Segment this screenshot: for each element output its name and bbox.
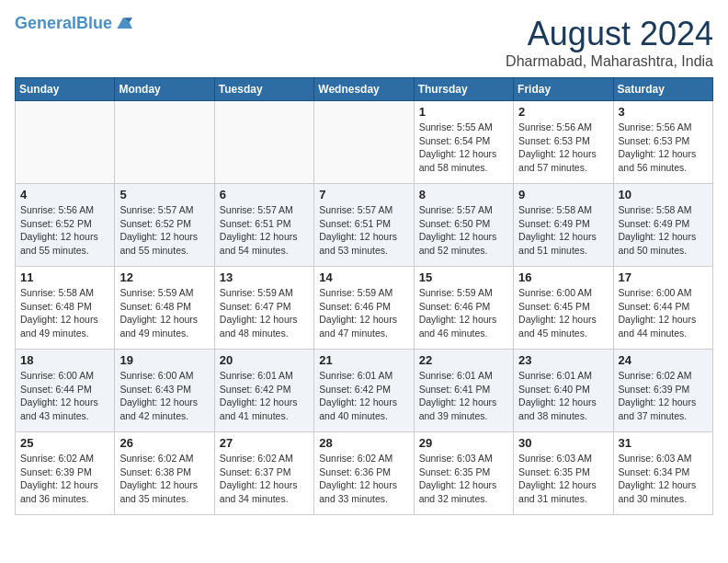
weekday-header-wednesday: Wednesday bbox=[314, 78, 414, 101]
day-info: Sunrise: 6:03 AM Sunset: 6:35 PM Dayligh… bbox=[518, 452, 608, 506]
day-info: Sunrise: 5:57 AM Sunset: 6:51 PM Dayligh… bbox=[220, 203, 309, 258]
day-info: Sunrise: 6:02 AM Sunset: 6:37 PM Dayligh… bbox=[220, 452, 309, 506]
day-number: 20 bbox=[220, 353, 309, 367]
calendar-cell: 1Sunrise: 5:55 AM Sunset: 6:54 PM Daylig… bbox=[414, 101, 513, 184]
calendar-cell: 3Sunrise: 5:56 AM Sunset: 6:53 PM Daylig… bbox=[613, 101, 712, 184]
calendar-cell: 15Sunrise: 5:59 AM Sunset: 6:46 PM Dayli… bbox=[414, 267, 513, 350]
calendar-cell: 17Sunrise: 6:00 AM Sunset: 6:44 PM Dayli… bbox=[613, 267, 712, 350]
calendar-cell: 16Sunrise: 6:00 AM Sunset: 6:45 PM Dayli… bbox=[514, 267, 613, 350]
day-number: 25 bbox=[20, 436, 109, 450]
day-number: 8 bbox=[419, 188, 508, 201]
day-info: Sunrise: 5:57 AM Sunset: 6:51 PM Dayligh… bbox=[319, 203, 408, 258]
day-number: 9 bbox=[518, 188, 608, 201]
calendar-cell: 31Sunrise: 6:03 AM Sunset: 6:34 PM Dayli… bbox=[613, 432, 712, 515]
calendar-cell: 7Sunrise: 5:57 AM Sunset: 6:51 PM Daylig… bbox=[314, 184, 414, 267]
day-info: Sunrise: 5:58 AM Sunset: 6:48 PM Dayligh… bbox=[20, 286, 109, 340]
calendar-cell: 25Sunrise: 6:02 AM Sunset: 6:39 PM Dayli… bbox=[16, 432, 115, 515]
day-info: Sunrise: 6:03 AM Sunset: 6:35 PM Dayligh… bbox=[419, 452, 508, 506]
weekday-header-saturday: Saturday bbox=[613, 78, 712, 101]
day-info: Sunrise: 5:59 AM Sunset: 6:47 PM Dayligh… bbox=[220, 286, 309, 340]
weekday-header-monday: Monday bbox=[115, 78, 214, 101]
day-info: Sunrise: 5:58 AM Sunset: 6:49 PM Dayligh… bbox=[619, 203, 708, 258]
day-number: 26 bbox=[119, 436, 209, 450]
calendar-cell: 19Sunrise: 6:00 AM Sunset: 6:43 PM Dayli… bbox=[115, 350, 214, 432]
weekday-header-sunday: Sunday bbox=[16, 78, 115, 101]
logo: GeneralBlue bbox=[15, 15, 132, 33]
calendar-cell bbox=[314, 101, 414, 184]
day-info: Sunrise: 6:03 AM Sunset: 6:34 PM Dayligh… bbox=[619, 452, 708, 506]
day-info: Sunrise: 6:02 AM Sunset: 6:36 PM Dayligh… bbox=[319, 452, 408, 506]
calendar-cell: 4Sunrise: 5:56 AM Sunset: 6:52 PM Daylig… bbox=[16, 184, 115, 267]
day-number: 31 bbox=[619, 436, 708, 450]
day-number: 3 bbox=[619, 105, 708, 119]
calendar-cell: 10Sunrise: 5:58 AM Sunset: 6:49 PM Dayli… bbox=[613, 184, 712, 267]
day-number: 1 bbox=[419, 105, 508, 119]
calendar-cell bbox=[214, 101, 313, 184]
calendar-body: 1Sunrise: 5:55 AM Sunset: 6:54 PM Daylig… bbox=[16, 101, 713, 515]
day-number: 10 bbox=[619, 188, 708, 201]
calendar-cell: 11Sunrise: 5:58 AM Sunset: 6:48 PM Dayli… bbox=[16, 267, 115, 350]
calendar-cell: 26Sunrise: 6:02 AM Sunset: 6:38 PM Dayli… bbox=[115, 432, 214, 515]
calendar-cell: 30Sunrise: 6:03 AM Sunset: 6:35 PM Dayli… bbox=[514, 432, 613, 515]
day-info: Sunrise: 6:01 AM Sunset: 6:42 PM Dayligh… bbox=[319, 369, 408, 423]
day-info: Sunrise: 5:59 AM Sunset: 6:46 PM Dayligh… bbox=[319, 286, 408, 340]
calendar-week-4: 18Sunrise: 6:00 AM Sunset: 6:44 PM Dayli… bbox=[16, 350, 713, 432]
day-info: Sunrise: 5:57 AM Sunset: 6:52 PM Dayligh… bbox=[119, 203, 209, 258]
calendar-week-3: 11Sunrise: 5:58 AM Sunset: 6:48 PM Dayli… bbox=[16, 267, 713, 350]
day-number: 13 bbox=[220, 270, 309, 284]
day-info: Sunrise: 6:00 AM Sunset: 6:45 PM Dayligh… bbox=[518, 286, 608, 340]
day-number: 28 bbox=[319, 436, 408, 450]
weekday-row: SundayMondayTuesdayWednesdayThursdayFrid… bbox=[16, 78, 713, 101]
day-info: Sunrise: 5:59 AM Sunset: 6:46 PM Dayligh… bbox=[419, 286, 508, 340]
day-number: 29 bbox=[419, 436, 508, 450]
day-info: Sunrise: 6:00 AM Sunset: 6:44 PM Dayligh… bbox=[619, 286, 708, 340]
day-number: 11 bbox=[20, 270, 109, 284]
calendar-cell bbox=[115, 101, 214, 184]
day-info: Sunrise: 6:00 AM Sunset: 6:44 PM Dayligh… bbox=[20, 369, 109, 423]
calendar-header: SundayMondayTuesdayWednesdayThursdayFrid… bbox=[16, 78, 713, 101]
day-number: 6 bbox=[220, 188, 309, 201]
day-info: Sunrise: 5:56 AM Sunset: 6:53 PM Dayligh… bbox=[619, 121, 708, 175]
day-number: 22 bbox=[419, 353, 508, 367]
page-header: GeneralBlue August 2024 Dharmabad, Mahar… bbox=[15, 15, 713, 70]
day-number: 14 bbox=[319, 270, 408, 284]
calendar-cell: 14Sunrise: 5:59 AM Sunset: 6:46 PM Dayli… bbox=[314, 267, 414, 350]
day-number: 2 bbox=[518, 105, 608, 119]
day-number: 24 bbox=[619, 353, 708, 367]
calendar-cell: 29Sunrise: 6:03 AM Sunset: 6:35 PM Dayli… bbox=[414, 432, 513, 515]
weekday-header-friday: Friday bbox=[514, 78, 613, 101]
day-number: 23 bbox=[518, 353, 608, 367]
calendar-table: SundayMondayTuesdayWednesdayThursdayFrid… bbox=[15, 77, 713, 515]
day-number: 18 bbox=[20, 353, 109, 367]
calendar-cell: 20Sunrise: 6:01 AM Sunset: 6:42 PM Dayli… bbox=[214, 350, 313, 432]
calendar-cell bbox=[16, 101, 115, 184]
day-number: 7 bbox=[319, 188, 408, 201]
logo-text: GeneralBlue bbox=[15, 15, 112, 33]
day-info: Sunrise: 5:56 AM Sunset: 6:53 PM Dayligh… bbox=[518, 121, 608, 175]
day-info: Sunrise: 6:02 AM Sunset: 6:39 PM Dayligh… bbox=[20, 452, 109, 506]
day-number: 30 bbox=[518, 436, 608, 450]
day-info: Sunrise: 5:58 AM Sunset: 6:49 PM Dayligh… bbox=[518, 203, 608, 258]
day-number: 16 bbox=[518, 270, 608, 284]
day-info: Sunrise: 5:55 AM Sunset: 6:54 PM Dayligh… bbox=[419, 121, 508, 175]
calendar-subtitle: Dharmabad, Maharashtra, India bbox=[506, 53, 713, 70]
day-number: 27 bbox=[220, 436, 309, 450]
calendar-week-1: 1Sunrise: 5:55 AM Sunset: 6:54 PM Daylig… bbox=[16, 101, 713, 184]
calendar-cell: 8Sunrise: 5:57 AM Sunset: 6:50 PM Daylig… bbox=[414, 184, 513, 267]
weekday-header-thursday: Thursday bbox=[414, 78, 513, 101]
calendar-cell: 13Sunrise: 5:59 AM Sunset: 6:47 PM Dayli… bbox=[214, 267, 313, 350]
day-number: 4 bbox=[20, 188, 109, 201]
day-info: Sunrise: 5:56 AM Sunset: 6:52 PM Dayligh… bbox=[20, 203, 109, 258]
logo-icon bbox=[114, 15, 132, 33]
calendar-title: August 2024 bbox=[506, 15, 713, 53]
day-number: 5 bbox=[119, 188, 209, 201]
day-info: Sunrise: 6:01 AM Sunset: 6:40 PM Dayligh… bbox=[518, 369, 608, 423]
day-info: Sunrise: 6:02 AM Sunset: 6:38 PM Dayligh… bbox=[119, 452, 209, 506]
calendar-cell: 24Sunrise: 6:02 AM Sunset: 6:39 PM Dayli… bbox=[613, 350, 712, 432]
day-number: 12 bbox=[119, 270, 209, 284]
calendar-cell: 18Sunrise: 6:00 AM Sunset: 6:44 PM Dayli… bbox=[16, 350, 115, 432]
calendar-cell: 2Sunrise: 5:56 AM Sunset: 6:53 PM Daylig… bbox=[514, 101, 613, 184]
day-info: Sunrise: 5:59 AM Sunset: 6:48 PM Dayligh… bbox=[119, 286, 209, 340]
day-number: 17 bbox=[619, 270, 708, 284]
day-info: Sunrise: 6:01 AM Sunset: 6:42 PM Dayligh… bbox=[220, 369, 309, 423]
